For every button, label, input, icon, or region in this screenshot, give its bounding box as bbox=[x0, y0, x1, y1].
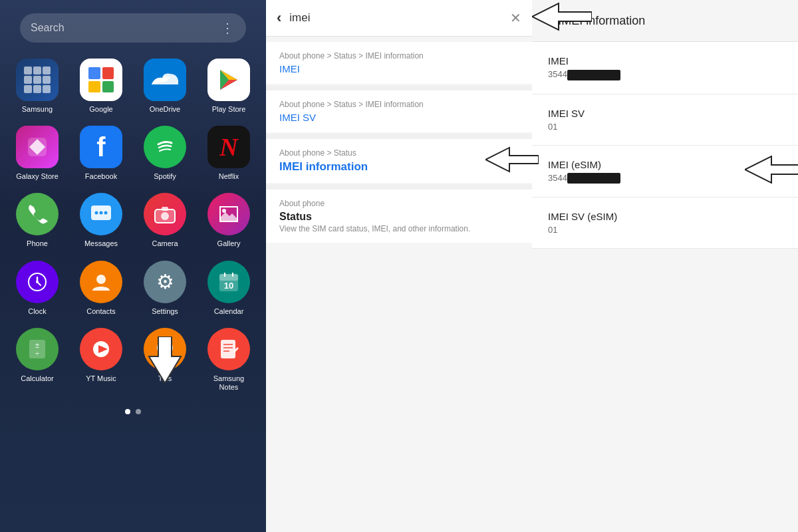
app-item-calendar[interactable]: 10 Calendar bbox=[202, 261, 255, 316]
svg-point-13 bbox=[222, 209, 226, 213]
app-item-contacts[interactable]: Contacts bbox=[74, 261, 128, 316]
search-placeholder: Search bbox=[31, 22, 65, 34]
app-label-playstore: Play Store bbox=[212, 105, 246, 114]
app-item-galaxystore[interactable]: Galaxy Store bbox=[11, 126, 64, 181]
app-item-samsung[interactable]: Samsung bbox=[11, 59, 64, 114]
app-icon-contacts bbox=[80, 261, 122, 303]
svg-point-7 bbox=[100, 211, 103, 215]
imei-value-imei-sv: 01 bbox=[548, 122, 782, 132]
imei-info-panel: ‹ IMEI information IMEI 3544 IMEI SV 01 … bbox=[532, 0, 798, 532]
search-back-button[interactable]: ‹ bbox=[277, 9, 281, 27]
imei-row-esim: IMEI (eSIM) 3544 bbox=[532, 146, 798, 198]
svg-point-6 bbox=[95, 211, 98, 215]
app-item-netflix[interactable]: N Netflix bbox=[202, 126, 255, 181]
app-label-samsungnotes: Samsung Notes bbox=[213, 374, 244, 392]
app-item-facebook[interactable]: f Facebook bbox=[74, 126, 128, 181]
svg-text:÷: ÷ bbox=[35, 349, 39, 357]
app-label-settings: Settings bbox=[152, 307, 178, 316]
svg-rect-12 bbox=[162, 207, 168, 211]
app-icon-phone bbox=[16, 193, 59, 235]
app-item-playstore[interactable]: Play Store bbox=[202, 59, 255, 114]
svg-point-17 bbox=[36, 281, 39, 283]
app-item-phone[interactable]: Phone bbox=[11, 193, 64, 248]
svg-marker-39 bbox=[485, 148, 539, 172]
result-breadcrumb-2: About phone > Status > IMEI information bbox=[279, 100, 519, 109]
app-icon-samsungnotes bbox=[207, 328, 250, 370]
search-result-imei[interactable]: About phone > Status > IMEI information … bbox=[266, 42, 532, 84]
app-label-galaxystore: Galaxy Store bbox=[16, 172, 59, 181]
app-icon-camera bbox=[144, 193, 186, 235]
imei-row-imei-sv: IMEI SV 01 bbox=[532, 94, 798, 146]
svg-text:10: 10 bbox=[224, 281, 233, 291]
app-label-camera: Camera bbox=[152, 239, 178, 248]
svg-marker-40 bbox=[745, 156, 798, 183]
app-search-bar[interactable]: Search ⋮ bbox=[20, 13, 246, 43]
search-result-status[interactable]: About phone Status View the SIM card sta… bbox=[266, 190, 532, 243]
search-clear-button[interactable]: ✕ bbox=[510, 10, 521, 26]
page-indicator bbox=[125, 409, 141, 414]
app-label-phone: Phone bbox=[27, 239, 48, 248]
imei-rows: IMEI 3544 IMEI SV 01 IMEI (eSIM) 3544 bbox=[532, 42, 798, 532]
search-query[interactable]: imei bbox=[289, 11, 502, 25]
result-title-3: IMEI information bbox=[279, 160, 519, 174]
svg-rect-20 bbox=[219, 274, 238, 281]
svg-point-18 bbox=[96, 275, 106, 284]
app-icon-clock bbox=[16, 261, 59, 303]
imei-value-imei: 3544 bbox=[548, 69, 782, 80]
imei-row-imei: IMEI 3544 bbox=[532, 42, 798, 94]
imei-row-esim-sv: IMEI SV (eSIM) 01 bbox=[532, 198, 798, 249]
svg-point-29 bbox=[98, 346, 104, 352]
app-icon-settings: ⚙ bbox=[144, 261, 186, 303]
arrow-annotation-down bbox=[145, 336, 185, 386]
app-item-spotify[interactable]: Spotify bbox=[138, 126, 192, 181]
svg-point-11 bbox=[161, 212, 169, 220]
app-icon-facebook: f bbox=[80, 126, 122, 168]
app-label-spotify: Spotify bbox=[154, 172, 176, 181]
app-label-gallery: Gallery bbox=[217, 239, 241, 248]
app-item-gallery[interactable]: Gallery bbox=[202, 193, 255, 248]
app-icon-onedrive bbox=[144, 59, 186, 101]
app-item-calculator[interactable]: ± ÷ Calculator bbox=[11, 328, 64, 392]
app-icon-messages bbox=[80, 193, 122, 235]
svg-marker-37 bbox=[149, 336, 181, 383]
app-icon-calendar: 10 bbox=[207, 261, 250, 303]
app-item-google[interactable]: Google bbox=[74, 59, 128, 114]
result-description-4: View the SIM card status, IMEI, and othe… bbox=[279, 224, 519, 233]
app-icon-spotify bbox=[144, 126, 186, 168]
app-item-onedrive[interactable]: OneDrive bbox=[138, 59, 192, 114]
app-icon-ytmusic bbox=[80, 328, 122, 370]
app-label-contacts: Contacts bbox=[86, 307, 115, 316]
app-label-facebook: Facebook bbox=[85, 172, 117, 181]
app-item-samsungnotes[interactable]: Samsung Notes bbox=[202, 328, 255, 392]
app-label-ytmusic: YT Music bbox=[86, 374, 116, 383]
result-title-4: Status bbox=[279, 211, 519, 223]
app-item-messages[interactable]: Messages bbox=[74, 193, 128, 248]
svg-marker-38 bbox=[532, 3, 592, 30]
app-icon-netflix: N bbox=[207, 126, 250, 168]
app-label-google: Google bbox=[89, 105, 112, 114]
result-title-2: IMEI SV bbox=[279, 112, 519, 123]
imei-label-imei-sv: IMEI SV bbox=[548, 108, 782, 119]
search-result-imei-sv[interactable]: About phone > Status > IMEI information … bbox=[266, 90, 532, 132]
app-icon-google bbox=[80, 59, 122, 101]
app-item-camera[interactable]: Camera bbox=[138, 193, 192, 248]
result-breadcrumb-4: About phone bbox=[279, 199, 519, 208]
app-icon-calculator: ± ÷ bbox=[16, 328, 59, 370]
imei-label-imei: IMEI bbox=[548, 55, 782, 66]
app-item-ytmusic[interactable]: YT Music bbox=[74, 328, 128, 392]
imei-label-esim-sv: IMEI SV (eSIM) bbox=[548, 211, 782, 222]
search-result-imei-information[interactable]: About phone > Status IMEI information bbox=[266, 139, 532, 183]
imei-value-esim-sv: 01 bbox=[548, 225, 782, 235]
app-item-clock[interactable]: Clock bbox=[11, 261, 64, 316]
more-options-icon[interactable]: ⋮ bbox=[221, 20, 235, 36]
search-panel: ‹ imei ✕ About phone > Status > IMEI inf… bbox=[266, 0, 532, 532]
svg-rect-33 bbox=[221, 340, 235, 358]
arrow-annotation-esim bbox=[745, 153, 798, 189]
app-label-netflix: Netflix bbox=[219, 172, 239, 181]
app-label-samsung: Samsung bbox=[22, 105, 53, 114]
app-icon-gallery bbox=[207, 193, 250, 235]
app-item-settings[interactable]: ⚙ Settings bbox=[138, 261, 192, 316]
app-label-calculator: Calculator bbox=[21, 374, 54, 383]
app-label-clock: Clock bbox=[28, 307, 47, 316]
imei-redacted-2 bbox=[567, 173, 620, 184]
